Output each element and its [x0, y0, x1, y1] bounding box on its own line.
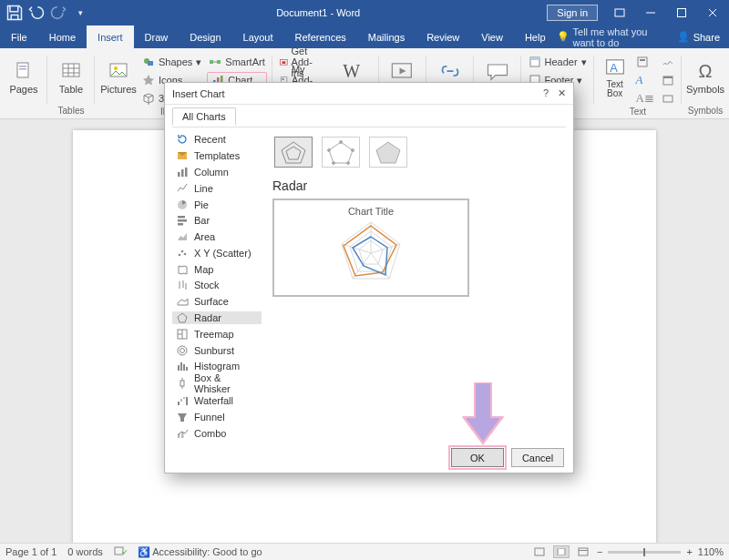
cancel-button[interactable]: Cancel	[511, 448, 564, 467]
tab-home[interactable]: Home	[38, 25, 87, 48]
smartart-button[interactable]: SmartArt	[207, 54, 266, 70]
chart-type-label: Area	[194, 231, 215, 242]
ribbon-display-icon[interactable]	[605, 0, 634, 25]
chart-type-area[interactable]: Area	[172, 230, 262, 244]
shapes-button[interactable]: Shapes ▾	[140, 54, 203, 70]
chart-type-map[interactable]: Map	[172, 262, 262, 276]
pages-button[interactable]: Pages	[5, 52, 42, 103]
date-time-icon[interactable]	[660, 72, 676, 88]
svg-rect-95	[579, 548, 588, 555]
print-layout-view-icon[interactable]	[553, 545, 570, 558]
zoom-in-icon[interactable]: +	[686, 546, 692, 557]
svg-marker-73	[286, 147, 301, 159]
chart-type-histogram[interactable]: Histogram	[172, 360, 262, 373]
tab-help[interactable]: Help	[514, 25, 557, 48]
radar-subtype-1[interactable]	[274, 137, 313, 168]
svg-point-14	[114, 66, 118, 70]
chart-type-label: Pie	[194, 199, 209, 210]
chart-type-waterfall[interactable]: Waterfall	[172, 394, 262, 408]
chart-type-radar[interactable]: Radar	[172, 311, 262, 325]
minimize-icon[interactable]	[636, 0, 665, 25]
chart-type-stock[interactable]: Stock	[172, 279, 262, 292]
tab-file[interactable]: File	[0, 25, 38, 48]
web-view-icon[interactable]	[575, 545, 591, 558]
zoom-slider[interactable]	[608, 551, 681, 554]
symbols-button[interactable]: ΩSymbols	[687, 52, 724, 103]
recent-icon	[176, 133, 189, 146]
chart-type-treemap[interactable]: Treemap	[172, 327, 262, 341]
pictures-button[interactable]: Pictures	[100, 52, 137, 103]
chart-type-recent[interactable]: Recent	[172, 133, 262, 147]
status-words[interactable]: 0 words	[67, 546, 103, 557]
tab-draw[interactable]: Draw	[134, 25, 180, 48]
qat-customize-icon[interactable]: ▾	[71, 4, 89, 22]
svg-rect-46	[178, 223, 183, 226]
redo-icon[interactable]	[49, 4, 67, 22]
svg-marker-80	[376, 142, 400, 163]
svg-point-77	[347, 162, 350, 165]
drop-cap-icon[interactable]: A≣	[634, 90, 656, 107]
svg-rect-92	[535, 548, 544, 555]
svg-rect-18	[217, 60, 221, 64]
svg-rect-38	[663, 96, 673, 102]
tell-me-search[interactable]: 💡 Tell me what you want to do	[557, 26, 672, 48]
zoom-out-icon[interactable]: −	[597, 546, 602, 557]
spellcheck-icon[interactable]	[114, 545, 127, 558]
tab-mailings[interactable]: Mailings	[357, 25, 416, 48]
focus-view-icon[interactable]	[531, 545, 548, 558]
chart-type-scatter[interactable]: X Y (Scatter)	[172, 246, 262, 260]
tab-design[interactable]: Design	[179, 25, 231, 48]
quick-parts-icon[interactable]	[634, 54, 656, 70]
svg-point-58	[180, 348, 185, 352]
pages-label: Pages	[9, 84, 37, 95]
chart-type-bar[interactable]: Bar	[172, 214, 262, 228]
accessibility-status[interactable]: ♿ Accessibility: Good to go	[138, 546, 262, 558]
insert-chart-dialog: Insert Chart ? ✕ All Charts RecentTempla…	[164, 82, 574, 473]
undo-icon[interactable]	[27, 4, 46, 22]
chart-type-templates[interactable]: Templates	[172, 149, 262, 163]
svg-rect-16	[148, 61, 153, 66]
chart-type-sunburst[interactable]: Sunburst	[172, 343, 262, 357]
dialog-help-icon[interactable]: ?	[543, 87, 549, 99]
table-button[interactable]: Table	[53, 52, 89, 103]
radar-subtype-3[interactable]	[369, 137, 407, 168]
header-button[interactable]: Header ▾	[527, 54, 589, 70]
text-box-button[interactable]: AText Box	[600, 52, 631, 103]
tab-review[interactable]: Review	[416, 25, 470, 48]
ok-button[interactable]: OK	[451, 448, 504, 467]
radar-subtype-2[interactable]	[322, 137, 360, 168]
document-title: Document1 - Word	[89, 7, 547, 18]
chart-type-combo[interactable]: Combo	[172, 426, 262, 440]
chart-type-boxwhisker[interactable]: Box & Whisker	[172, 376, 262, 392]
sign-in-button[interactable]: Sign in	[547, 5, 598, 21]
zoom-level[interactable]: 110%	[698, 546, 724, 557]
dialog-close-icon[interactable]: ✕	[558, 87, 566, 99]
tab-layout[interactable]: Layout	[232, 25, 284, 48]
svg-point-47	[179, 254, 181, 257]
svg-point-79	[328, 149, 331, 152]
chart-type-funnel[interactable]: Funnel	[172, 411, 262, 424]
tab-all-charts[interactable]: All Charts	[172, 107, 236, 125]
object-icon[interactable]	[660, 90, 676, 107]
svg-rect-94	[559, 549, 564, 555]
chart-type-surface[interactable]: Surface	[172, 295, 262, 309]
chart-type-label: Stock	[194, 280, 220, 290]
chart-subtype-panel: Radar Chart Title	[262, 133, 566, 440]
chart-type-pie[interactable]: Pie	[172, 198, 262, 211]
tell-me-label: Tell me what you want to do	[573, 26, 672, 48]
maximize-icon[interactable]	[667, 0, 696, 25]
chart-type-column[interactable]: Column	[172, 166, 262, 179]
tab-insert[interactable]: Insert	[87, 25, 134, 48]
area-icon	[176, 230, 189, 243]
chart-type-line[interactable]: Line	[172, 181, 262, 195]
close-window-icon[interactable]	[698, 0, 727, 25]
share-button[interactable]: 👤 Share	[677, 31, 720, 43]
status-page[interactable]: Page 1 of 1	[5, 546, 56, 557]
save-icon[interactable]	[5, 4, 24, 22]
dialog-titlebar[interactable]: Insert Chart ? ✕	[165, 83, 573, 105]
tab-view[interactable]: View	[470, 25, 514, 48]
chart-preview[interactable]: Chart Title	[272, 199, 469, 297]
signature-line-icon[interactable]	[660, 54, 676, 70]
line-icon	[176, 182, 189, 195]
wordart-icon[interactable]: A	[634, 72, 656, 88]
